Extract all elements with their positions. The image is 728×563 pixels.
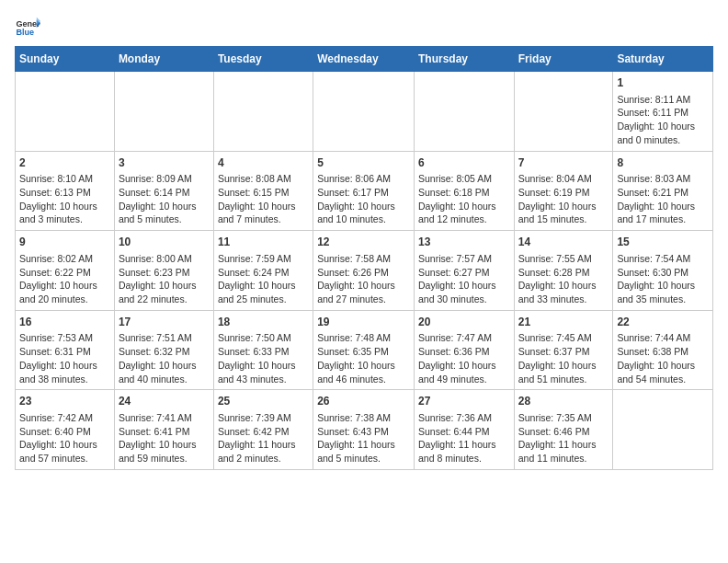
calendar-cell: 17Sunrise: 7:51 AM Sunset: 6:32 PM Dayli… xyxy=(114,310,213,390)
day-number: 2 xyxy=(19,155,110,171)
day-info: Sunrise: 7:44 AM Sunset: 6:38 PM Dayligh… xyxy=(617,331,709,385)
calendar-body: 1Sunrise: 8:11 AM Sunset: 6:11 PM Daylig… xyxy=(16,72,713,470)
day-number: 19 xyxy=(317,315,410,330)
day-info: Sunrise: 7:55 AM Sunset: 6:28 PM Dayligh… xyxy=(518,252,609,306)
calendar-cell: 4Sunrise: 8:08 AM Sunset: 6:15 PM Daylig… xyxy=(213,151,313,231)
calendar-cell: 23Sunrise: 7:42 AM Sunset: 6:40 PM Dayli… xyxy=(16,390,115,470)
week-row-4: 16Sunrise: 7:53 AM Sunset: 6:31 PM Dayli… xyxy=(16,310,713,390)
day-number: 13 xyxy=(418,235,510,250)
day-number: 22 xyxy=(617,315,709,330)
svg-text:Blue: Blue xyxy=(16,28,34,37)
calendar-cell: 14Sunrise: 7:55 AM Sunset: 6:28 PM Dayli… xyxy=(514,231,613,311)
day-number: 25 xyxy=(218,394,309,409)
calendar-header: SundayMondayTuesdayWednesdayThursdayFrid… xyxy=(16,47,713,72)
day-number: 23 xyxy=(19,394,110,409)
calendar-cell: 16Sunrise: 7:53 AM Sunset: 6:31 PM Dayli… xyxy=(16,310,115,390)
day-info: Sunrise: 7:47 AM Sunset: 6:36 PM Dayligh… xyxy=(418,331,510,385)
day-info: Sunrise: 7:39 AM Sunset: 6:42 PM Dayligh… xyxy=(218,411,309,465)
day-info: Sunrise: 8:11 AM Sunset: 6:11 PM Dayligh… xyxy=(617,93,709,147)
header-row: SundayMondayTuesdayWednesdayThursdayFrid… xyxy=(16,47,713,72)
calendar-cell xyxy=(114,72,213,152)
calendar-cell: 9Sunrise: 8:02 AM Sunset: 6:22 PM Daylig… xyxy=(16,231,115,311)
day-number: 26 xyxy=(317,394,410,409)
day-number: 14 xyxy=(518,235,609,250)
day-number: 7 xyxy=(518,155,609,171)
day-number: 27 xyxy=(418,394,510,409)
day-info: Sunrise: 8:05 AM Sunset: 6:18 PM Dayligh… xyxy=(418,172,510,226)
calendar-cell: 8Sunrise: 8:03 AM Sunset: 6:21 PM Daylig… xyxy=(613,151,713,231)
day-info: Sunrise: 7:48 AM Sunset: 6:35 PM Dayligh… xyxy=(317,331,410,385)
day-number: 16 xyxy=(19,315,110,330)
column-header-wednesday: Wednesday xyxy=(313,47,415,72)
day-info: Sunrise: 7:59 AM Sunset: 6:24 PM Dayligh… xyxy=(218,252,309,306)
day-number: 5 xyxy=(317,155,410,171)
day-number: 28 xyxy=(518,394,609,409)
calendar-cell xyxy=(514,72,613,152)
calendar-cell: 13Sunrise: 7:57 AM Sunset: 6:27 PM Dayli… xyxy=(414,231,514,311)
day-number: 24 xyxy=(119,394,210,409)
week-row-3: 9Sunrise: 8:02 AM Sunset: 6:22 PM Daylig… xyxy=(16,231,713,311)
calendar-cell: 7Sunrise: 8:04 AM Sunset: 6:19 PM Daylig… xyxy=(514,151,613,231)
day-info: Sunrise: 7:36 AM Sunset: 6:44 PM Dayligh… xyxy=(418,411,510,465)
page-header: General Blue xyxy=(15,15,713,40)
day-info: Sunrise: 7:58 AM Sunset: 6:26 PM Dayligh… xyxy=(317,252,410,306)
calendar-cell: 5Sunrise: 8:06 AM Sunset: 6:17 PM Daylig… xyxy=(313,151,415,231)
week-row-5: 23Sunrise: 7:42 AM Sunset: 6:40 PM Dayli… xyxy=(16,390,713,470)
calendar-table: SundayMondayTuesdayWednesdayThursdayFrid… xyxy=(15,46,713,470)
day-number: 20 xyxy=(418,315,510,330)
day-number: 8 xyxy=(617,155,709,171)
day-info: Sunrise: 8:03 AM Sunset: 6:21 PM Dayligh… xyxy=(617,172,709,226)
column-header-tuesday: Tuesday xyxy=(213,47,313,72)
calendar-cell xyxy=(213,72,313,152)
calendar-cell xyxy=(613,390,713,470)
day-info: Sunrise: 7:45 AM Sunset: 6:37 PM Dayligh… xyxy=(518,331,609,385)
calendar-cell: 2Sunrise: 8:10 AM Sunset: 6:13 PM Daylig… xyxy=(16,151,115,231)
day-info: Sunrise: 8:06 AM Sunset: 6:17 PM Dayligh… xyxy=(317,172,410,226)
calendar-cell xyxy=(313,72,415,152)
calendar-cell: 19Sunrise: 7:48 AM Sunset: 6:35 PM Dayli… xyxy=(313,310,415,390)
calendar-cell: 6Sunrise: 8:05 AM Sunset: 6:18 PM Daylig… xyxy=(414,151,514,231)
calendar-cell xyxy=(414,72,514,152)
week-row-1: 1Sunrise: 8:11 AM Sunset: 6:11 PM Daylig… xyxy=(16,72,713,152)
calendar-cell: 11Sunrise: 7:59 AM Sunset: 6:24 PM Dayli… xyxy=(213,231,313,311)
logo: General Blue xyxy=(15,15,40,40)
calendar-cell: 26Sunrise: 7:38 AM Sunset: 6:43 PM Dayli… xyxy=(313,390,415,470)
day-info: Sunrise: 8:00 AM Sunset: 6:23 PM Dayligh… xyxy=(119,252,210,306)
calendar-cell: 24Sunrise: 7:41 AM Sunset: 6:41 PM Dayli… xyxy=(114,390,213,470)
day-number: 18 xyxy=(218,315,309,330)
column-header-sunday: Sunday xyxy=(16,47,115,72)
week-row-2: 2Sunrise: 8:10 AM Sunset: 6:13 PM Daylig… xyxy=(16,151,713,231)
day-number: 10 xyxy=(119,235,210,250)
calendar-cell: 10Sunrise: 8:00 AM Sunset: 6:23 PM Dayli… xyxy=(114,231,213,311)
day-number: 4 xyxy=(218,155,309,171)
calendar-cell: 21Sunrise: 7:45 AM Sunset: 6:37 PM Dayli… xyxy=(514,310,613,390)
day-info: Sunrise: 8:02 AM Sunset: 6:22 PM Dayligh… xyxy=(19,252,110,306)
calendar-cell: 25Sunrise: 7:39 AM Sunset: 6:42 PM Dayli… xyxy=(213,390,313,470)
calendar-cell: 15Sunrise: 7:54 AM Sunset: 6:30 PM Dayli… xyxy=(613,231,713,311)
day-info: Sunrise: 7:51 AM Sunset: 6:32 PM Dayligh… xyxy=(119,331,210,385)
day-number: 21 xyxy=(518,315,609,330)
day-number: 17 xyxy=(119,315,210,330)
day-info: Sunrise: 7:53 AM Sunset: 6:31 PM Dayligh… xyxy=(19,331,110,385)
calendar-cell: 12Sunrise: 7:58 AM Sunset: 6:26 PM Dayli… xyxy=(313,231,415,311)
column-header-friday: Friday xyxy=(514,47,613,72)
logo-icon: General Blue xyxy=(15,15,40,40)
day-info: Sunrise: 8:10 AM Sunset: 6:13 PM Dayligh… xyxy=(19,172,110,226)
day-number: 15 xyxy=(617,235,709,250)
day-number: 11 xyxy=(218,235,309,250)
day-info: Sunrise: 8:08 AM Sunset: 6:15 PM Dayligh… xyxy=(218,172,309,226)
day-number: 9 xyxy=(19,235,110,250)
column-header-thursday: Thursday xyxy=(414,47,514,72)
day-info: Sunrise: 7:50 AM Sunset: 6:33 PM Dayligh… xyxy=(218,331,309,385)
day-info: Sunrise: 7:57 AM Sunset: 6:27 PM Dayligh… xyxy=(418,252,510,306)
day-info: Sunrise: 8:04 AM Sunset: 6:19 PM Dayligh… xyxy=(518,172,609,226)
calendar-cell xyxy=(16,72,115,152)
column-header-saturday: Saturday xyxy=(613,47,713,72)
calendar-cell: 22Sunrise: 7:44 AM Sunset: 6:38 PM Dayli… xyxy=(613,310,713,390)
calendar-cell: 3Sunrise: 8:09 AM Sunset: 6:14 PM Daylig… xyxy=(114,151,213,231)
day-number: 12 xyxy=(317,235,410,250)
column-header-monday: Monday xyxy=(114,47,213,72)
calendar-cell: 28Sunrise: 7:35 AM Sunset: 6:46 PM Dayli… xyxy=(514,390,613,470)
day-info: Sunrise: 7:41 AM Sunset: 6:41 PM Dayligh… xyxy=(119,411,210,465)
day-info: Sunrise: 7:38 AM Sunset: 6:43 PM Dayligh… xyxy=(317,411,410,465)
